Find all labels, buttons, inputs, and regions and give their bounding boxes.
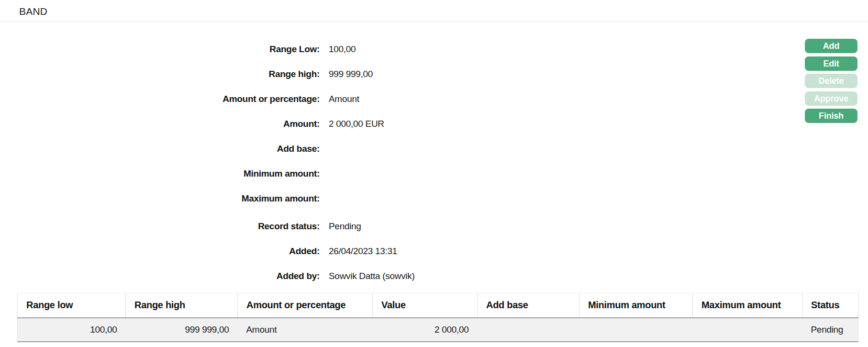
- added-by-label: Added by:: [0, 271, 320, 281]
- add-button[interactable]: Add: [805, 39, 857, 53]
- column-header-status: Status: [802, 293, 858, 318]
- page-title: BAND: [19, 6, 47, 17]
- form-row-amount: Amount: 2 000,00 EUR: [0, 112, 718, 136]
- amount-label: Amount:: [0, 119, 320, 129]
- added-label: Added:: [0, 246, 320, 257]
- column-header-add-base: Add base: [478, 293, 579, 318]
- amount-or-percentage-value: Amount: [329, 94, 359, 104]
- page-header: BAND: [0, 0, 868, 22]
- range-low-label: Range Low:: [0, 44, 320, 55]
- form-row-added-by: Added by: Sowvik Datta (sowvik): [0, 264, 718, 289]
- cell-range-high: 999 999,00: [126, 318, 238, 342]
- added-by-value: Sowvik Datta (sowvik): [329, 271, 415, 281]
- add-base-label: Add base:: [0, 144, 320, 154]
- column-header-range-low: Range low: [18, 293, 126, 318]
- column-header-maximum-amount: Maximum amount: [693, 293, 802, 318]
- record-status-label: Record status:: [0, 221, 320, 232]
- form-row-added: Added: 26/04/2023 13:31: [0, 239, 718, 264]
- form-row-maximum-amount: Maximum amount:: [0, 186, 718, 211]
- cell-amount-or-percentage: Amount: [238, 318, 373, 342]
- amount-value: 2 000,00 EUR: [329, 119, 384, 129]
- approve-button: Approve: [805, 91, 857, 106]
- cell-value: 2 000,00: [373, 318, 478, 342]
- delete-button: Delete: [805, 74, 857, 88]
- range-high-value: 999 999,00: [329, 69, 373, 79]
- added-value: 26/04/2023 13:31: [329, 246, 397, 257]
- column-header-amount-or-percentage: Amount or percentage: [238, 293, 373, 318]
- range-low-value: 100,00: [329, 44, 356, 55]
- cell-range-low: 100,00: [18, 318, 126, 342]
- form-row-range-high: Range high: 999 999,00: [0, 62, 718, 87]
- edit-button[interactable]: Edit: [805, 56, 857, 71]
- band-detail-form: Range Low: 100,00 Range high: 999 999,00…: [0, 37, 718, 289]
- form-row-minimum-amount: Minimum amount:: [0, 161, 718, 186]
- table-header-row: Range low Range high Amount or percentag…: [18, 293, 858, 318]
- record-status-value: Pending: [329, 221, 361, 232]
- column-header-value: Value: [373, 293, 478, 318]
- form-row-add-base: Add base:: [0, 136, 718, 161]
- form-row-range-low: Range Low: 100,00: [0, 37, 718, 62]
- band-records-table: Range low Range high Amount or percentag…: [17, 293, 858, 342]
- cell-minimum-amount: [579, 318, 693, 342]
- column-header-minimum-amount: Minimum amount: [579, 293, 693, 318]
- finish-button[interactable]: Finish: [805, 109, 857, 123]
- cell-maximum-amount: [693, 318, 802, 342]
- amount-or-percentage-label: Amount or percentage:: [0, 94, 320, 104]
- cell-status: Pending: [802, 318, 858, 342]
- action-button-stack: Add Edit Delete Approve Finish: [805, 39, 857, 123]
- form-row-amount-or-percentage: Amount or percentage: Amount: [0, 87, 718, 112]
- minimum-amount-label: Minimum amount:: [0, 168, 320, 179]
- column-header-range-high: Range high: [126, 293, 238, 318]
- range-high-label: Range high:: [0, 69, 320, 79]
- table-row[interactable]: 100,00 999 999,00 Amount 2 000,00 Pendin…: [18, 318, 858, 342]
- maximum-amount-label: Maximum amount:: [0, 193, 320, 204]
- form-row-record-status: Record status: Pending: [0, 214, 718, 239]
- cell-add-base: [478, 318, 579, 342]
